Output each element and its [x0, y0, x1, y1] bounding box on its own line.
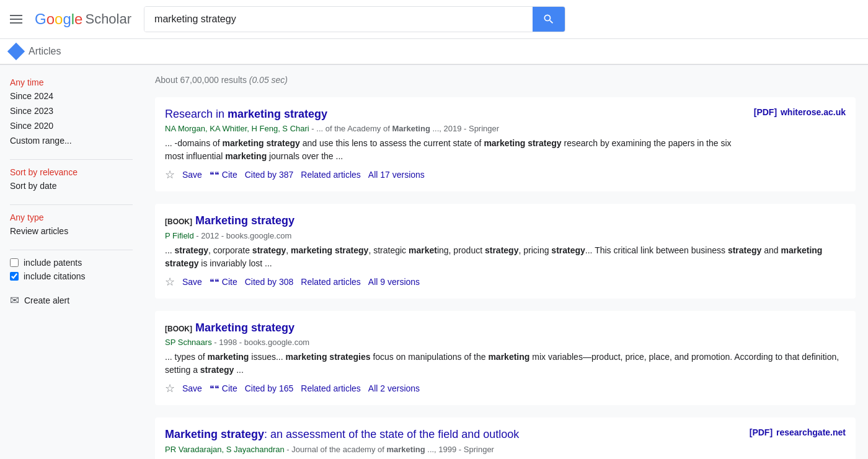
- save-star-icon[interactable]: ☆: [165, 275, 175, 289]
- result-card: Research in marketing strategy NA Morgan…: [155, 97, 856, 191]
- related-articles-link[interactable]: Related articles: [301, 383, 361, 393]
- save-link[interactable]: Save: [182, 277, 202, 287]
- cited-by-link[interactable]: Cited by 387: [245, 170, 294, 180]
- related-articles-link[interactable]: Related articles: [301, 277, 361, 287]
- result-main: [BOOK] Marketing strategy SP Schnaars - …: [165, 321, 846, 395]
- review-articles-link[interactable]: Review articles: [10, 225, 133, 237]
- all-versions-link[interactable]: All 17 versions: [368, 170, 425, 180]
- result-card: Marketing strategy: an assessment of the…: [155, 417, 856, 459]
- result-actions: ☆ Save ❝❝ Cite Cited by 165 Related arti…: [165, 382, 846, 395]
- custom-range-link[interactable]: Custom range...: [10, 134, 133, 147]
- pdf-link[interactable]: [PDF] whiterose.ac.uk: [754, 107, 846, 117]
- since-2024-link[interactable]: Since 2024: [10, 90, 133, 102]
- cited-by-link[interactable]: Cited by 308: [245, 277, 294, 287]
- since-2020-link[interactable]: Since 2020: [10, 120, 133, 132]
- sort-date-link[interactable]: Sort by date: [10, 180, 133, 192]
- result-author-link[interactable]: H Feng: [251, 124, 278, 133]
- include-citations-row: include citations: [10, 271, 133, 281]
- related-articles-link[interactable]: Related articles: [301, 170, 361, 180]
- result-author-link[interactable]: S Chari: [282, 124, 309, 133]
- all-versions-link[interactable]: All 2 versions: [368, 383, 420, 393]
- result-title[interactable]: Research in marketing strategy: [165, 107, 742, 121]
- result-actions: ☆ Save ❝❝ Cite Cited by 308 Related arti…: [165, 275, 846, 289]
- envelope-icon: ✉: [10, 294, 19, 307]
- search-icon: [542, 13, 555, 25]
- result-meta: P Fifield - 2012 - books.google.com: [165, 231, 846, 240]
- logo[interactable]: Google Scholar: [35, 11, 131, 28]
- time-filter-section: Any time Since 2024 Since 2023 Since 202…: [10, 77, 133, 147]
- include-patents-row: include patents: [10, 258, 133, 268]
- type-section: Any type Review articles: [10, 212, 133, 237]
- results-info: About 67,00,000 results (0.05 sec): [155, 75, 856, 85]
- include-citations-label[interactable]: include citations: [24, 271, 86, 281]
- search-box: [144, 6, 565, 32]
- sidebar-divider-2: [10, 204, 133, 205]
- result-actions: ☆ Save ❝❝ Cite Cited by 387 Related arti…: [165, 168, 742, 181]
- cite-link[interactable]: ❝❝ Cite: [210, 277, 237, 287]
- result-pdf: [PDF] whiterose.ac.uk: [754, 107, 846, 181]
- sidebar-divider-1: [10, 159, 133, 160]
- all-versions-link[interactable]: All 9 versions: [368, 277, 420, 287]
- any-type-link[interactable]: Any type: [10, 212, 133, 222]
- result-meta: PR Varadarajan, S Jayachandran - Journal…: [165, 445, 737, 454]
- sidebar-divider-3: [10, 250, 133, 250]
- pdf-link[interactable]: [PDF] researchgate.net: [750, 427, 846, 437]
- result-author-link[interactable]: NA Morgan: [165, 124, 205, 133]
- cited-by-link[interactable]: Cited by 165: [245, 383, 294, 393]
- result-main: Research in marketing strategy NA Morgan…: [165, 107, 742, 181]
- sidebar: Any time Since 2024 Since 2023 Since 202…: [0, 65, 143, 459]
- result-author-link[interactable]: PR Varadarajan: [165, 445, 222, 454]
- result-author-link[interactable]: P Fifield: [165, 231, 194, 240]
- save-link[interactable]: Save: [182, 383, 202, 393]
- create-alert-row[interactable]: ✉ Create alert: [10, 294, 133, 307]
- result-meta: SP Schnaars - 1998 - books.google.com: [165, 338, 846, 347]
- result-title[interactable]: [BOOK] Marketing strategy: [165, 321, 846, 335]
- search-button[interactable]: [533, 7, 565, 32]
- sort-section: Sort by relevance Sort by date: [10, 167, 133, 192]
- results-content: About 67,00,000 results (0.05 sec) Resea…: [143, 65, 868, 459]
- sort-relevance-link[interactable]: Sort by relevance: [10, 167, 133, 177]
- result-snippet: ... types of marketing issues... marketi…: [165, 351, 846, 377]
- articles-label[interactable]: Articles: [29, 46, 61, 57]
- create-alert-label: Create alert: [24, 295, 69, 305]
- result-card: [BOOK] Marketing strategy SP Schnaars - …: [155, 311, 856, 405]
- result-card: [BOOK] Marketing strategy P Fifield - 20…: [155, 204, 856, 298]
- checkboxes-section: include patents include citations: [10, 258, 133, 281]
- result-pdf: [PDF] researchgate.net: [750, 427, 846, 459]
- any-time-link[interactable]: Any time: [10, 77, 133, 87]
- logo-scholar-text: Scholar: [85, 11, 131, 27]
- result-author-link[interactable]: SP Schnaars: [165, 338, 212, 347]
- result-meta: NA Morgan, KA Whitler, H Feng, S Chari -…: [165, 124, 742, 133]
- save-star-icon[interactable]: ☆: [165, 382, 175, 395]
- cite-link[interactable]: ❝❝ Cite: [210, 383, 237, 393]
- include-citations-checkbox[interactable]: [10, 272, 19, 281]
- result-author-link[interactable]: KA Whitler: [210, 124, 247, 133]
- save-star-icon[interactable]: ☆: [165, 168, 175, 181]
- result-author-link[interactable]: S Jayachandran: [226, 445, 285, 454]
- hamburger-menu[interactable]: [10, 15, 22, 24]
- result-main: Marketing strategy: an assessment of the…: [165, 427, 737, 459]
- include-patents-checkbox[interactable]: [10, 258, 19, 267]
- include-patents-label[interactable]: include patents: [24, 258, 82, 268]
- result-main: [BOOK] Marketing strategy P Fifield - 20…: [165, 214, 846, 288]
- result-title[interactable]: Marketing strategy: an assessment of the…: [165, 427, 737, 442]
- save-link[interactable]: Save: [182, 170, 202, 180]
- since-2023-link[interactable]: Since 2023: [10, 105, 133, 117]
- result-snippet: ... strategy, corporate strategy, market…: [165, 244, 846, 270]
- articles-diamond-icon: [7, 43, 25, 60]
- search-input[interactable]: [144, 7, 533, 32]
- result-snippet: ... -domains of marketing strategy and u…: [165, 137, 742, 163]
- cite-link[interactable]: ❝❝ Cite: [210, 170, 237, 180]
- result-title[interactable]: [BOOK] Marketing strategy: [165, 214, 846, 228]
- articles-bar: Articles: [0, 39, 868, 64]
- logo-google-text: Google: [35, 11, 82, 28]
